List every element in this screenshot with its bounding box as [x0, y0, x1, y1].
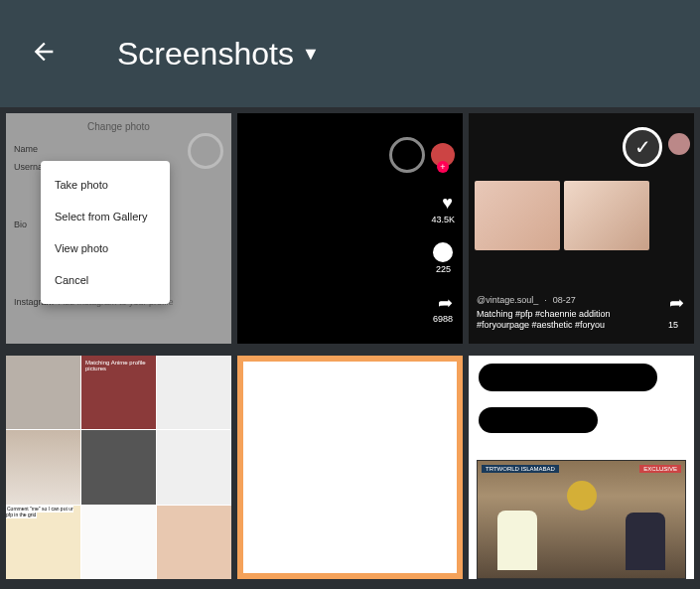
view-photo-option: View photo: [41, 232, 170, 264]
collage-cell: [157, 356, 231, 429]
video-caption: @vintage.soul_ · 08-27 Matching #pfp #ch…: [477, 295, 635, 332]
selection-circle-icon: [188, 133, 223, 169]
name-label: Name: [14, 144, 59, 154]
caption-line: #foryourpage #aesthetic #foryou: [477, 320, 635, 332]
chevron-down-icon: ▼: [302, 44, 320, 65]
collage-cell: [157, 430, 231, 504]
folder-title-text: Screenshots: [117, 36, 294, 73]
screenshot-thumbnail[interactable]: + ♥ 43.5K 225 ➦ 6988: [237, 113, 463, 344]
app-header: Screenshots ▼: [0, 0, 700, 107]
collage-cell: [81, 430, 156, 504]
collage-cell: Matching Anime profile pictures: [81, 356, 156, 429]
collage-cell: [6, 356, 80, 429]
collage-cell: [6, 430, 80, 504]
redacted-bar: [479, 364, 657, 391]
comment-icon: [433, 242, 453, 262]
screenshot-thumbnail[interactable]: Matching Anime profile pictures Comment …: [6, 356, 231, 579]
avatar-icon: [668, 133, 690, 155]
follow-plus-icon: +: [437, 161, 449, 173]
comment-count: 225: [436, 264, 451, 274]
heart-icon: ♥: [442, 193, 453, 214]
person-figure: [497, 511, 537, 570]
matching-pfp-images: [475, 181, 649, 250]
person-figure: [626, 513, 665, 570]
select-gallery-option: Select from Gallery: [41, 201, 170, 232]
screenshot-thumbnail[interactable]: [237, 356, 463, 579]
username-text: @vintage.soul_: [477, 295, 538, 307]
face-image: [564, 181, 649, 250]
thumbnail-grid: Change photo Name Username Bio Instagram…: [0, 107, 700, 350]
folder-title-dropdown[interactable]: Screenshots ▼: [117, 36, 320, 73]
collage-cell: [157, 506, 231, 579]
network-badge: TRTWORLD ISLAMABAD: [482, 465, 559, 473]
share-count: 6988: [433, 314, 453, 324]
screenshot-thumbnail-selected[interactable]: ✓ @vintage.soul_ · 08-27 Matching #pfp #…: [469, 113, 694, 344]
share-count: 15: [668, 320, 678, 330]
date-separator: ·: [544, 295, 547, 307]
share-icon: ➦: [669, 292, 684, 314]
back-button[interactable]: [20, 28, 68, 79]
selection-circle-icon: [389, 137, 425, 173]
face-image: [475, 181, 560, 250]
collage-cell: [81, 506, 156, 579]
emblem-icon: [567, 481, 597, 511]
arrow-left-icon: [30, 38, 58, 66]
collage-cell: Comment "me" so I can put ur pfp in the …: [6, 506, 80, 579]
screenshot-thumbnail[interactable]: TRTWORLD ISLAMABAD EXCLUSIVE: [469, 356, 694, 579]
checkmark-icon: ✓: [623, 127, 662, 167]
cancel-option: Cancel: [41, 264, 170, 296]
post-date: 08-27: [553, 295, 576, 307]
exclusive-badge: EXCLUSIVE: [639, 465, 681, 473]
share-icon: ➦: [438, 292, 453, 314]
like-count: 43.5K: [431, 215, 455, 224]
thumbnail-grid-row2: Matching Anime profile pictures Comment …: [0, 350, 700, 585]
photo-options-dialog: Take photo Select from Gallery View phot…: [41, 161, 170, 304]
take-photo-option: Take photo: [41, 169, 170, 201]
interview-frame: TRTWORLD ISLAMABAD EXCLUSIVE: [477, 460, 686, 579]
screenshot-thumbnail[interactable]: Change photo Name Username Bio Instagram…: [6, 113, 231, 344]
redacted-bar: [479, 407, 598, 433]
caption-line: Matching #pfp #chaennie addition: [477, 309, 635, 321]
